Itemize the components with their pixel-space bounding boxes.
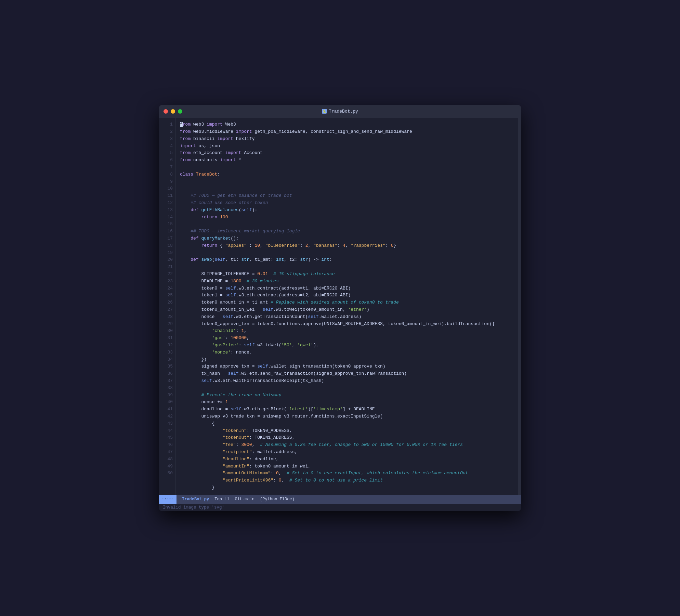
statusbar: -:--- TradeBot.py Top L1 Git-main (Pytho… (159, 495, 521, 504)
titlebar: 🐍 TradeBot.py (159, 105, 521, 118)
line-numbers: 12345 678910 1112131415 1617181920 21222… (159, 118, 176, 495)
code-line: "fee": 3000, # Assuming a 0.3% fee tier,… (180, 441, 514, 449)
status-lang: (Python ElDoc) (260, 497, 295, 502)
code-line: "recipient": wallet.address, (180, 449, 514, 456)
code-line: { (180, 420, 514, 427)
code-line: from web3.middleware import geth_poa_mid… (180, 128, 514, 136)
code-line: nonce += 1 (180, 399, 514, 406)
code-line: signed_approve_txn = self.wallet.sign_tr… (180, 363, 514, 370)
file-icon: 🐍 (322, 109, 327, 114)
code-line: return 100 (180, 214, 514, 221)
code-line: "tokenIn": TOKEN0_ADDRESS, (180, 427, 514, 435)
code-line: from web3 import Web3 (180, 121, 514, 128)
code-line (180, 264, 514, 271)
code-line: 'gas': 100000, (180, 335, 514, 342)
code-line: "amountIn": token0_amount_in_wei, (180, 463, 514, 470)
code-line (180, 249, 514, 257)
code-line: token0_approve_txn = token0.functions.ap… (180, 321, 514, 328)
code-line: token1 = self.w3.eth.contract(address=t2… (180, 292, 514, 299)
close-button[interactable] (164, 109, 168, 114)
minimize-button[interactable] (171, 109, 175, 114)
code-line (180, 221, 514, 228)
window-title: 🐍 TradeBot.py (322, 109, 358, 114)
code-line: } (180, 484, 514, 491)
code-line: "sqrtPriceLimitX96": 0, # Set to 0 to no… (180, 477, 514, 484)
code-line: token0_amount_in_wei = self.w3.toWei(tok… (180, 306, 514, 313)
error-bar: Invalid image type 'svg' (159, 504, 521, 511)
status-position: Top L1 (214, 497, 229, 502)
code-line: import os, json (180, 143, 514, 150)
code-line (180, 178, 514, 185)
code-line: DEADLINE = 1800 # 30 minutes (180, 278, 514, 285)
status-filename: TradeBot.py (182, 497, 209, 502)
maximize-button[interactable] (178, 109, 182, 114)
editor[interactable]: 12345 678910 1112131415 1617181920 21222… (159, 118, 521, 495)
code-line: # Execute the trade on Uniswap (180, 392, 514, 399)
code-line: }) (180, 356, 514, 363)
code-line: "amountOutMinimum": 0, # Set to 0 to use… (180, 470, 514, 477)
code-line: tx_hash = self.w3.eth.send_raw_transacti… (180, 370, 514, 377)
code-line: "tokenOut": TOKEN1_ADDRESS, (180, 434, 514, 441)
code-line (180, 385, 514, 392)
code-line: "deadline": deadline, (180, 456, 514, 463)
code-line: def getEthBalances(self): (180, 207, 514, 214)
code-line: uniswap_v3_trade_txn = uniswap_v3_router… (180, 413, 514, 420)
code-line: ## TODO — implement market querying logi… (180, 228, 514, 235)
code-line: class TradeBot: (180, 171, 514, 178)
editor-window: 🐍 TradeBot.py 12345 678910 1112131415 16… (159, 105, 521, 511)
code-line: nonce = self.w3.eth.getTransactionCount(… (180, 313, 514, 321)
editor-mode: -:--- (159, 495, 176, 504)
code-line: token0 = self.w3.eth.contract(address=t1… (180, 285, 514, 292)
code-line: ## TODO — get eth balance of trade bot (180, 192, 514, 200)
code-line: return { "apples" : 10, "blueberries": 2… (180, 242, 514, 249)
status-branch: Git-main (235, 497, 254, 502)
code-line: from eth_account import Account (180, 150, 514, 157)
code-line: def queryMarket(): (180, 235, 514, 242)
code-line: def swap(self, t1: str, t1_amt: int, t2:… (180, 256, 514, 264)
code-line: token0_amount_in = t1_amt # Replace with… (180, 299, 514, 306)
code-line: 'chainId': 1, (180, 328, 514, 335)
code-line: 'gasPrice': self.w3.toWei('50', 'gwei'), (180, 342, 514, 349)
error-text: Invalid image type 'svg' (163, 505, 224, 510)
code-line: SLIPPAGE_TOLERANCE = 0.01 # 1% slippage … (180, 271, 514, 278)
code-line: from constants import * (180, 157, 514, 164)
code-line: 'nonce': nonce, (180, 349, 514, 356)
code-line: self.w3.eth.waitForTransactionReceipt(tx… (180, 377, 514, 385)
scrollbar[interactable] (518, 118, 521, 495)
code-line: from binascii import hexlify (180, 136, 514, 143)
traffic-lights (164, 109, 182, 114)
code-line (180, 164, 514, 171)
code-line: deadline = self.w3.eth.getBlock('latest'… (180, 406, 514, 413)
code-line: ## could use some other token (180, 200, 514, 207)
code-line (180, 185, 514, 192)
code-editor[interactable]: from web3 import Web3 from web3.middlewa… (176, 118, 518, 495)
